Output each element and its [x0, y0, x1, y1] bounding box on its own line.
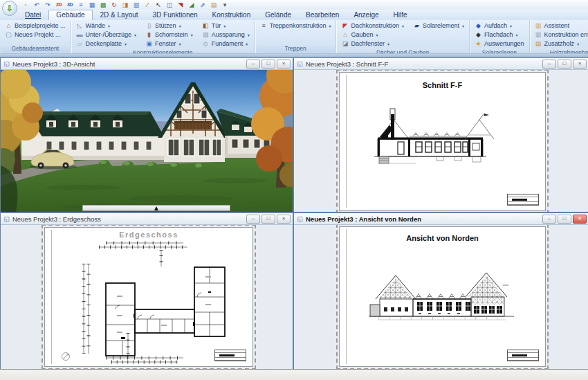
render-view-icon[interactable]: ▩: [98, 1, 108, 9]
unter-ueberzuege-button[interactable]: ▬ Unter-/Überzüge: [75, 30, 138, 39]
fenster-button[interactable]: ▣ Fenster: [144, 39, 194, 48]
close-button[interactable]: ×: [573, 215, 587, 224]
solar-element-icon: ▰: [413, 22, 421, 30]
drawing-sheet: Erdgeschoss: [44, 227, 253, 367]
statistics-icon[interactable]: ▥: [131, 1, 141, 9]
flag-red-icon[interactable]: ◥: [176, 1, 185, 9]
more-options-icon[interactable]: ▾: [220, 1, 230, 9]
waende-button[interactable]: ◺ Wände: [75, 21, 138, 30]
window-icon: ◱: [3, 60, 10, 67]
close-button[interactable]: ×: [573, 60, 587, 69]
quick-access-toolbar: ▫ ↶ ↷ 2D 3D ≡ ▦ ▩ ↻ ◨ ▥ ∕ ↖ ◫ ◥ ◢ ⇗ ▤ ▾: [0, 0, 588, 10]
minimize-button[interactable]: –: [542, 215, 556, 224]
solarelement-button[interactable]: ▰ Solarelement: [412, 21, 466, 30]
fundament-button[interactable]: ◇ Fundament: [201, 39, 251, 48]
restore-button[interactable]: □: [558, 60, 571, 69]
window-plan-titlebar[interactable]: ◱ Neues Projekt3 : Erdgeschoss – □ ×: [1, 213, 293, 225]
schornstein-button[interactable]: ▮ Schornstein: [144, 30, 194, 39]
treppenkonstruktion-button[interactable]: ≡ Treppenkonstruktion: [259, 21, 333, 30]
refresh-view-icon[interactable]: ↻: [109, 1, 119, 9]
section-canvas[interactable]: Schnitt F-F: [294, 70, 588, 212]
deckenplatte-button[interactable]: ▱ Deckenplatte: [75, 39, 138, 48]
evaluation-icon: ★: [475, 40, 482, 48]
window-element-icon: ▣: [145, 40, 153, 48]
tab-anzeige[interactable]: Anzeige: [347, 10, 385, 20]
assistent-button[interactable]: ▥ Assistent: [533, 21, 588, 30]
restore-button[interactable]: □: [261, 60, 275, 69]
tab-datei[interactable]: Datei: [18, 10, 48, 20]
tab-hilfe[interactable]: Hilfe: [387, 10, 414, 20]
close-button[interactable]: ×: [277, 60, 291, 69]
window-section-titlebar[interactable]: ◱ Neues Projekt3 : Schnitt F-F – □ ×: [294, 58, 588, 70]
select-cursor-icon[interactable]: ↖: [154, 1, 163, 9]
aussparung-button[interactable]: ▨ Aussparung: [201, 30, 251, 39]
section-view-icon[interactable]: ≡: [76, 1, 86, 9]
group-label-gebaeudeassistent: Gebäudeassistent: [1, 44, 70, 53]
layout-grid-icon[interactable]: ▦: [87, 1, 97, 9]
window-icon: ◱: [296, 60, 304, 67]
gauben-button[interactable]: ⌂ Gauben: [340, 30, 466, 39]
dachkonstruktion-button[interactable]: ◤ Dachkonstruktion: [340, 21, 405, 30]
view-2d-icon[interactable]: 2D: [54, 1, 64, 9]
minimize-button[interactable]: –: [246, 215, 260, 224]
window-elevation-titlebar[interactable]: ◱ Neues Projekt3 : Ansicht von Norden – …: [294, 213, 588, 225]
window-3d-view[interactable]: ◱ Neues Projekt3 : 3D-Ansicht – □ ×: [0, 57, 293, 212]
restore-button[interactable]: □: [558, 215, 571, 224]
window-3d-titlebar[interactable]: ◱ Neues Projekt3 : 3D-Ansicht – □ ×: [1, 58, 293, 70]
stuetzen-button[interactable]: ▯ Stützen: [144, 21, 194, 30]
tab-gebaeude[interactable]: Gebäude: [48, 10, 92, 20]
restore-button[interactable]: □: [261, 215, 275, 224]
flag-green-icon[interactable]: ◢: [187, 1, 196, 9]
zusatzholz-button[interactable]: ▤ Zusatzholz: [533, 39, 588, 48]
minimize-button[interactable]: –: [246, 60, 260, 69]
window-north-elevation[interactable]: ◱ Neues Projekt3 : Ansicht von Norden – …: [293, 212, 588, 371]
view-angle-slider[interactable]: [82, 205, 230, 211]
application-menu-button[interactable]: ⇩: [2, 1, 17, 16]
sheet-title-block: [507, 350, 539, 361]
neues-projekt-button[interactable]: ▢ Neues Projekt ...: [3, 30, 67, 39]
copy-view-icon[interactable]: ◫: [165, 1, 174, 9]
view-3d-icon[interactable]: 3D: [65, 1, 75, 9]
tab-2d-layout[interactable]: 2D & Layout: [93, 10, 145, 20]
foundation-icon: ◇: [202, 40, 210, 48]
redo-icon[interactable]: ↷: [43, 1, 53, 9]
walls-icon: ◺: [76, 22, 84, 30]
elevation-canvas[interactable]: Ansicht von Norden: [294, 225, 588, 370]
window-section-ff[interactable]: ◱ Neues Projekt3 : Schnitt F-F – □ × Sch…: [293, 57, 588, 212]
status-bar: [0, 369, 588, 380]
door-icon: ◧: [202, 22, 210, 30]
slider-handle-icon[interactable]: [154, 206, 158, 210]
3d-viewport[interactable]: [1, 70, 293, 212]
pen-icon[interactable]: ⇗: [198, 1, 208, 9]
beispielprojekte-button[interactable]: ⌂ Beispielprojekte ...: [3, 21, 67, 30]
tab-gelaende[interactable]: Gelände: [258, 10, 298, 20]
tuer-button[interactable]: ◧ Tür: [201, 21, 251, 30]
clipboard-icon[interactable]: ▤: [209, 1, 219, 9]
flachdach-button[interactable]: ◆ Flachdach: [473, 30, 526, 39]
rooftop-solar-icon: ◆: [475, 22, 482, 30]
tools-icon[interactable]: ∕: [143, 1, 152, 9]
group-label-solaranlagen: Solaranlagen: [470, 48, 529, 54]
drawing-sheet: Ansicht von Norden: [339, 226, 546, 367]
plan-canvas[interactable]: Erdgeschoss: [1, 225, 293, 370]
dachfenster-button[interactable]: ◪ Dachfenster: [340, 39, 466, 48]
group-label-holzrahmenbau: Holzrahmenbau: [531, 48, 588, 54]
application-menu-icon: ⇩: [6, 4, 13, 12]
window-ground-floor[interactable]: ◱ Neues Projekt3 : Erdgeschoss – □ × Erd…: [0, 212, 293, 371]
konstruktion-entfernen-button[interactable]: ▥ Konstruktion entfernen: [533, 30, 588, 39]
minimize-button[interactable]: –: [542, 60, 556, 69]
close-button[interactable]: ×: [277, 215, 291, 224]
tab-3d-funktionen[interactable]: 3D Funktionen: [146, 10, 205, 20]
new-document-icon[interactable]: ▫: [21, 1, 30, 9]
project-panel-icon[interactable]: ◨: [120, 1, 130, 9]
beam-icon: ▬: [76, 31, 84, 39]
tab-bearbeiten[interactable]: Bearbeiten: [299, 10, 346, 20]
new-project-icon: ▢: [5, 31, 12, 39]
group-label-konstruktionselemente: Konstruktionselemente: [72, 48, 254, 54]
undo-icon[interactable]: ↶: [32, 1, 42, 9]
dormer-icon: ⌂: [341, 31, 349, 39]
auswertungen-button[interactable]: ★ Auswertungen: [473, 39, 526, 48]
aufdach-button[interactable]: ◆ Aufdach: [473, 21, 526, 30]
tab-konstruktion[interactable]: Konstruktion: [205, 10, 258, 20]
extra-timber-icon: ▤: [535, 40, 542, 48]
